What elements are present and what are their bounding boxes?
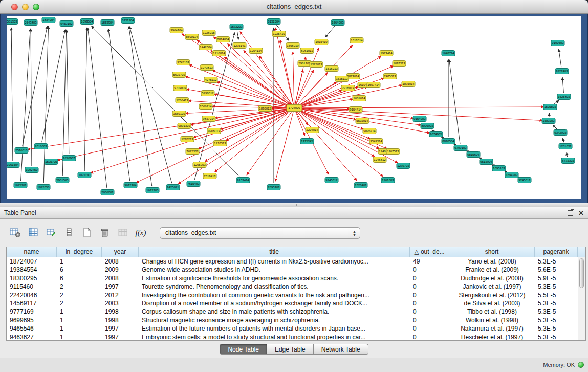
table-row[interactable]: 969969511998Structural magnetic resonanc… <box>7 316 578 324</box>
graph-node[interactable]: 1226018 <box>202 30 215 36</box>
tab-network-table[interactable]: Network Table <box>314 344 368 355</box>
graph-node[interactable]: 1315345 <box>300 139 314 144</box>
graph-node[interactable]: 1572203 <box>230 24 243 30</box>
graph-node[interactable]: 7615403 <box>187 181 200 187</box>
graph-node[interactable]: 1167513 <box>386 149 400 155</box>
graph-node[interactable]: 9891303 <box>178 123 191 129</box>
graph-node[interactable]: 1015419 <box>315 39 328 45</box>
graph-node[interactable]: 1694203 <box>505 172 518 178</box>
close-panel-icon[interactable]: ✕ <box>578 210 584 216</box>
table-row[interactable]: 946362711997Embryonic stem cells: a mode… <box>7 333 578 340</box>
graph-node[interactable]: 9154903 <box>413 116 426 122</box>
graph-node[interactable]: 9612304 <box>124 183 137 188</box>
graph-node[interactable]: 1295303 <box>193 162 206 168</box>
table-source-dropdown[interactable]: citations_edges.txt ▲▼ <box>160 227 360 239</box>
graph-node[interactable]: 8600114 <box>185 34 199 40</box>
tab-edge-table[interactable]: Edge Table <box>267 344 314 355</box>
graph-node[interactable]: 1246812 <box>373 157 386 163</box>
tab-node-table[interactable]: Node Table <box>220 344 267 355</box>
graph-node[interactable]: 1625803 <box>557 94 571 100</box>
graph-node[interactable]: 9154414 <box>349 107 362 113</box>
graph-node[interactable]: 1683203 <box>542 118 555 124</box>
graph-node[interactable]: 1607414 <box>367 82 380 88</box>
graph-node[interactable]: 5633703 <box>172 72 186 78</box>
table-row[interactable]: 1872400712008Changes of HCN gene express… <box>7 257 578 266</box>
graph-node[interactable]: 5298012 <box>201 91 214 96</box>
panel-splitter[interactable] <box>0 203 588 207</box>
graph-node[interactable]: 9245013 <box>518 178 531 183</box>
graph-node[interactable]: 2204014 <box>306 127 319 133</box>
graph-node[interactable]: 1666019 <box>286 43 299 49</box>
graph-node[interactable]: 1270213 <box>181 137 194 142</box>
new-document-icon[interactable] <box>79 226 95 240</box>
graph-node[interactable]: 1595803 <box>543 104 557 110</box>
graph-node[interactable]: 1022050 <box>37 185 50 190</box>
graph-node[interactable]: 1648794 <box>442 51 455 56</box>
graph-node[interactable]: 9227403 <box>555 69 569 74</box>
graph-node[interactable]: 3569103 <box>172 111 186 117</box>
scrollbar-thumb[interactable] <box>579 258 584 288</box>
column-header-name[interactable]: name <box>7 247 57 257</box>
graph-node[interactable]: 1528403 <box>354 183 367 188</box>
column-header-out_de[interactable]: △ out_de... <box>410 247 449 257</box>
edit-table-icon[interactable] <box>43 226 59 240</box>
graph-node[interactable]: 1616213 <box>325 66 338 72</box>
graph-node[interactable]: 9674905 <box>429 132 443 137</box>
table-row[interactable]: 911546021997Tourette syndrome. Phenomeno… <box>7 282 578 291</box>
graph-node[interactable]: 1097313 <box>393 61 406 67</box>
graph-node[interactable]: 1830012 <box>258 106 272 112</box>
float-panel-icon[interactable] <box>568 210 573 216</box>
table-row[interactable]: 1456911722003Disruption of a novel membe… <box>7 299 578 308</box>
graph-node[interactable]: 1073813 <box>200 65 213 71</box>
delete-table-icon[interactable] <box>97 226 113 240</box>
graph-node[interactable]: 9837014 <box>202 116 215 122</box>
graph-node[interactable]: 9908013 <box>207 128 221 134</box>
graph-node[interactable]: 9815604 <box>467 152 480 158</box>
graph-node[interactable]: 6961013 <box>300 48 314 54</box>
minimize-window-button[interactable] <box>22 4 29 10</box>
graph-node[interactable]: 1664003 <box>331 20 344 26</box>
graph-node[interactable]: 1275141 <box>233 43 246 49</box>
graph-node[interactable]: 3566714 <box>199 104 212 110</box>
graph-node[interactable]: 1973414 <box>380 51 393 56</box>
graph-node[interactable]: 5961303 <box>298 61 311 67</box>
graph-node[interactable]: 6773303 <box>561 158 575 164</box>
function-builder-icon[interactable]: f(x) <box>133 226 149 240</box>
graph-node[interactable]: 9190603 <box>551 40 564 46</box>
graph-node[interactable]: 1625113 <box>335 76 349 82</box>
graph-node[interactable]: 9895714 <box>363 128 376 134</box>
graph-node[interactable]: 8131504 <box>267 19 280 25</box>
graph-node[interactable]: 9261504 <box>7 162 19 168</box>
graph-node[interactable]: 2561303 <box>7 19 18 25</box>
graph-node[interactable]: 1617705 <box>146 188 159 193</box>
graph-node[interactable]: 1813014 <box>350 38 363 43</box>
graph-node[interactable]: 2016003 <box>34 144 48 149</box>
graph-node[interactable]: 1875014 <box>402 81 415 87</box>
table-row[interactable]: 1938455462009Genome-wide association stu… <box>7 266 578 274</box>
graph-node[interactable]: 1225419 <box>272 31 286 37</box>
graph-node[interactable]: 8890504 <box>442 139 455 144</box>
graph-node[interactable]: 9513904 <box>480 159 493 165</box>
graph-node[interactable]: 7485013 <box>383 74 397 79</box>
graph-node[interactable]: 9245012 <box>325 178 338 183</box>
graph-node[interactable]: 8096903 <box>421 123 434 129</box>
window-titlebar[interactable]: citations_edges.txt <box>0 0 588 14</box>
graph-node[interactable]: 1201033 <box>559 144 572 149</box>
graph-node[interactable]: 5901505 <box>56 178 69 183</box>
table-row[interactable]: 1830029562008Estimation of significance … <box>7 274 578 282</box>
graph-node[interactable]: 2643803 <box>24 20 37 26</box>
graph-node[interactable]: 3216013 <box>341 85 355 91</box>
zoom-window-button[interactable] <box>33 4 39 10</box>
graph-node[interactable]: 1093504 <box>80 19 94 25</box>
graph-node[interactable]: 1834904 <box>42 17 55 23</box>
merge-table-icon[interactable] <box>115 226 131 240</box>
graph-node[interactable]: 1601614 <box>353 96 366 101</box>
graph-node[interactable]: 1092750 <box>25 167 38 173</box>
graph-node[interactable]: 9549314 <box>369 139 383 144</box>
close-window-button[interactable] <box>11 4 18 10</box>
graph-node[interactable]: 9220907 <box>62 156 76 161</box>
graph-node[interactable]: 9453102 <box>60 21 73 27</box>
graph-node[interactable]: 7619413 <box>203 173 216 179</box>
graph-node[interactable]: 1095103 <box>492 166 506 171</box>
column-header-title[interactable]: title <box>139 247 410 257</box>
